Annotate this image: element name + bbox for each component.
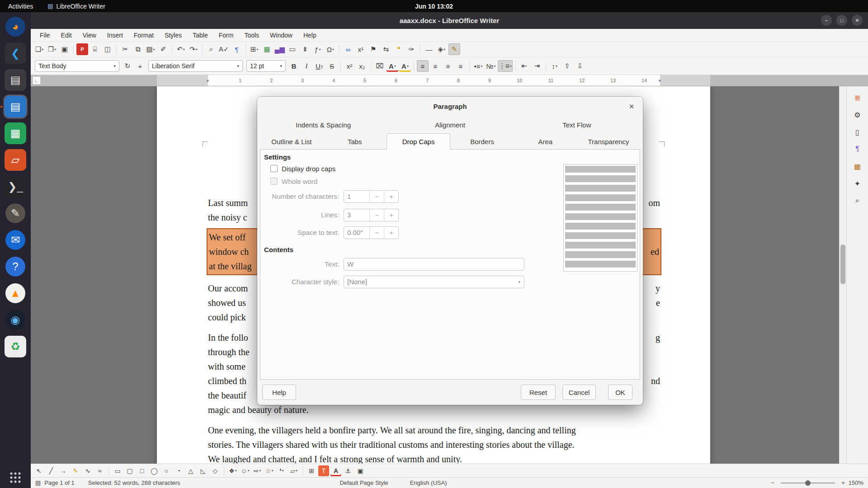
bookmark-icon[interactable]: ⚑	[368, 43, 379, 55]
menu-item[interactable]: Table	[187, 30, 213, 41]
dialog-tab[interactable]: Outline & List	[260, 133, 323, 150]
align-left-icon[interactable]: ≡	[417, 60, 429, 72]
dialog-tab[interactable]: Alignment	[387, 116, 513, 133]
align-right-icon[interactable]: ≡	[442, 60, 454, 72]
space-to-text-value[interactable]: 0.00″	[344, 227, 369, 239]
style-inspector-icon[interactable]: ⌕	[852, 195, 863, 206]
insert-chart-icon[interactable]: ▄▆	[274, 43, 286, 55]
track-changes-icon[interactable]: ✑	[406, 43, 417, 55]
menu-item[interactable]: Help	[298, 30, 322, 41]
sidebar-settings-icon[interactable]: ≣	[852, 92, 863, 103]
print-preview-icon[interactable]: ◫	[102, 43, 113, 55]
menu-item[interactable]: Form	[213, 30, 239, 41]
basic-shapes-icon[interactable]: ❖▾	[227, 465, 238, 476]
dropdown-caret-icon[interactable]: ▾	[259, 469, 261, 473]
increment-button[interactable]: +	[384, 227, 398, 239]
minimize-button[interactable]: –	[821, 15, 832, 26]
font-name-combo[interactable]: Liberation Serif ▾	[148, 60, 243, 72]
decrement-button[interactable]: −	[369, 191, 384, 202]
find-replace-icon[interactable]: ⌕	[205, 43, 217, 55]
justify-icon[interactable]: ≡	[455, 60, 467, 72]
unordered-list-icon[interactable]: •≡▾	[472, 60, 484, 72]
menu-item[interactable]: Tools	[239, 30, 264, 41]
rectangle-icon[interactable]: ▭	[112, 465, 123, 476]
dropdown-caret-icon[interactable]: ▾	[153, 47, 155, 52]
paragraph-style-combo[interactable]: Text Body ▾	[35, 60, 119, 72]
show-applications-button[interactable]	[9, 472, 21, 483]
comment-icon[interactable]: ❝	[393, 43, 405, 55]
chevron-down-icon[interactable]: ▾	[280, 64, 282, 68]
scrollbar-thumb[interactable]	[840, 244, 845, 284]
whole-word-checkbox[interactable]	[270, 178, 278, 185]
number-of-characters-value[interactable]: 1	[344, 191, 369, 202]
strikethrough-icon[interactable]: S	[326, 60, 338, 72]
font-color-icon[interactable]: A▾	[387, 60, 398, 72]
menu-item[interactable]: Window	[264, 30, 298, 41]
dropdown-caret-icon[interactable]: ▾	[407, 64, 409, 68]
print-icon[interactable]: ⌸	[89, 43, 101, 55]
align-center-icon[interactable]: ≡	[429, 60, 441, 72]
text-box-icon[interactable]: T	[318, 465, 329, 476]
anchor-icon[interactable]: ⚓	[343, 465, 354, 476]
dropdown-caret-icon[interactable]: ▾	[510, 64, 512, 68]
navigator-icon[interactable]: ✦	[852, 178, 863, 189]
dock-item-text-editor[interactable]: ▤	[5, 69, 26, 91]
indent-marker-right[interactable]: ▼	[658, 79, 662, 83]
display-drop-caps-checkbox[interactable]	[270, 165, 278, 172]
dialog-tab[interactable]: Transparency	[577, 133, 640, 150]
dropdown-caret-icon[interactable]: ▾	[556, 64, 557, 68]
maximize-button[interactable]: □	[836, 15, 847, 26]
dropdown-caret-icon[interactable]: ▾	[494, 64, 496, 68]
ok-button[interactable]: OK	[608, 385, 632, 400]
dock-item-vscode[interactable]: ❮	[5, 42, 26, 64]
dropdown-caret-icon[interactable]: ▾	[443, 47, 445, 52]
italic-icon[interactable]: I	[301, 60, 312, 72]
clone-formatting-icon[interactable]: ✐	[157, 43, 169, 55]
whole-word-label[interactable]: Whole word	[282, 178, 317, 185]
dialog-tab[interactable]: Area	[514, 133, 577, 150]
zoom-out-button[interactable]: −	[771, 479, 775, 486]
lines-stepper[interactable]: 3 − +	[344, 209, 399, 221]
decrease-indent-icon[interactable]: ⇤	[519, 60, 530, 72]
horizontal-ruler[interactable]: 1234567891011121314 ▼ ▼ ∟	[31, 75, 868, 86]
lines-value[interactable]: 3	[344, 209, 369, 221]
dropdown-caret-icon[interactable]: ▾	[183, 47, 185, 52]
dropdown-caret-icon[interactable]: ▾	[42, 47, 43, 52]
properties-icon[interactable]: ⚙	[852, 109, 863, 121]
horizontal-line-icon[interactable]: —	[423, 43, 435, 55]
decrease-paragraph-spacing-icon[interactable]: ⇩	[574, 60, 586, 72]
outline-list-icon[interactable]: ⋮≡▾	[498, 60, 513, 72]
square-icon[interactable]: □	[137, 465, 147, 476]
help-button[interactable]: Help	[262, 385, 296, 400]
dialog-tab[interactable]: Drop Caps	[387, 133, 451, 150]
page-count[interactable]: Page 1 of 1	[44, 479, 75, 486]
dropdown-caret-icon[interactable]: ▾	[282, 469, 284, 473]
footnote-icon[interactable]: x¹	[355, 43, 367, 55]
dock-item-gimp[interactable]: ✎	[5, 203, 25, 223]
chevron-down-icon[interactable]: ▾	[113, 64, 116, 68]
menu-item[interactable]: File	[34, 30, 56, 41]
clear-formatting-icon[interactable]: ⌧	[374, 60, 386, 72]
select-icon[interactable]: ↖	[33, 465, 44, 476]
rounded-rectangle-icon[interactable]: ▢	[124, 465, 135, 476]
styles-icon[interactable]: ¶	[852, 143, 863, 155]
close-button[interactable]: ✕	[852, 15, 863, 26]
active-app-menu[interactable]: ▤ LibreOffice Writer	[41, 3, 112, 10]
dialog-tab[interactable]: Borders	[450, 133, 514, 150]
spelling-icon[interactable]: A✓	[218, 43, 230, 55]
pie-icon[interactable]: ◔	[173, 465, 184, 476]
triangle-icon[interactable]: △	[185, 465, 196, 476]
cancel-button[interactable]: Cancel	[562, 385, 596, 400]
increment-button[interactable]: +	[384, 191, 398, 202]
circle-icon[interactable]: ○	[161, 465, 172, 476]
ellipse-icon[interactable]: ◯	[149, 465, 160, 476]
cross-reference-icon[interactable]: ⇆	[380, 43, 392, 55]
freeform-line-icon[interactable]: ≈	[94, 465, 105, 476]
freeform-pencil-icon[interactable]: ✎	[70, 465, 81, 476]
dock-item-calc[interactable]: ▦	[5, 122, 26, 144]
ordered-list-icon[interactable]: №▾	[485, 60, 497, 72]
update-style-icon[interactable]: ↻	[122, 60, 133, 72]
tab-stop-selector[interactable]: ∟	[33, 76, 41, 84]
paste-icon[interactable]: ▨▾	[145, 43, 156, 55]
page-deck-icon[interactable]: ▯	[852, 126, 863, 138]
